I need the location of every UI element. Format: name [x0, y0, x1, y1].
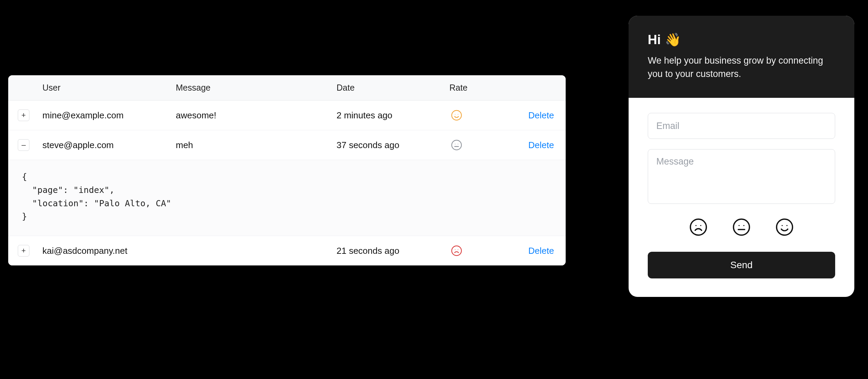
message-field[interactable] [648, 149, 835, 204]
rate-cell [449, 130, 504, 160]
message-cell [176, 236, 337, 265]
table-row: + mine@example.com awesome! 2 minutes ag… [8, 101, 566, 130]
table-header-expander [8, 75, 42, 100]
svg-point-13 [738, 225, 739, 226]
date-cell: 37 seconds ago [337, 130, 449, 160]
actions-cell: Delete [504, 236, 566, 265]
rating-faces [648, 218, 835, 237]
actions-cell: Delete [504, 130, 566, 160]
table-row: – steve@apple.com meh 37 seconds ago Del… [8, 130, 566, 160]
svg-point-15 [777, 219, 793, 235]
delete-link[interactable]: Delete [528, 140, 554, 151]
svg-point-10 [695, 225, 696, 226]
widget-title: Hi 👋 [648, 32, 835, 47]
wave-icon: 👋 [665, 32, 681, 47]
rate-sad-button[interactable] [689, 218, 708, 237]
svg-point-12 [734, 219, 750, 235]
user-cell: mine@example.com [42, 101, 176, 130]
user-cell: steve@apple.com [42, 130, 176, 160]
rate-cell [449, 101, 504, 130]
table-header-date: Date [337, 75, 449, 100]
row-detail-json: { "page": "index", "location": "Palo Alt… [8, 160, 566, 236]
widget-header: Hi 👋 We help your business grow by conne… [629, 16, 854, 98]
rate-cell [449, 236, 504, 265]
message-cell: meh [176, 130, 337, 160]
svg-point-9 [691, 219, 707, 235]
svg-point-0 [452, 110, 461, 120]
smile-icon [451, 109, 462, 121]
svg-point-11 [700, 225, 701, 226]
collapse-row-button[interactable]: – [18, 139, 29, 151]
frown-icon [689, 218, 708, 237]
rate-happy-button[interactable] [775, 218, 794, 237]
feedback-table: User Message Date Rate + mine@example.co… [8, 75, 566, 265]
table-header-message: Message [176, 75, 337, 100]
expand-row-button[interactable]: + [18, 245, 29, 257]
delete-link[interactable]: Delete [528, 246, 554, 256]
svg-point-7 [455, 249, 456, 250]
svg-point-3 [452, 140, 461, 150]
widget-subtitle: We help your business grow by connecting… [648, 54, 826, 81]
user-cell: kai@asdcompany.net [42, 236, 176, 265]
svg-point-6 [452, 246, 461, 256]
meh-icon [732, 218, 751, 237]
table-header-user: User [42, 75, 176, 100]
svg-point-16 [781, 225, 782, 226]
actions-cell: Delete [504, 101, 566, 130]
svg-point-2 [458, 114, 458, 115]
expand-row-button[interactable]: + [18, 109, 29, 121]
rate-neutral-button[interactable] [732, 218, 751, 237]
message-cell: awesome! [176, 101, 337, 130]
frown-icon [451, 245, 462, 257]
send-button[interactable]: Send [648, 252, 835, 278]
date-cell: 2 minutes ago [337, 101, 449, 130]
expander-cell: + [8, 236, 42, 265]
expander-cell: – [8, 130, 42, 160]
svg-point-1 [455, 114, 456, 115]
meh-icon [451, 139, 462, 151]
table-header-rate: Rate [449, 75, 504, 100]
svg-point-17 [786, 225, 787, 226]
table-header-actions [504, 75, 566, 100]
widget-body: Send [629, 98, 854, 297]
svg-point-4 [455, 144, 456, 144]
feedback-widget: Hi 👋 We help your business grow by conne… [629, 16, 854, 297]
expander-cell: + [8, 101, 42, 130]
date-cell: 21 seconds ago [337, 236, 449, 265]
delete-link[interactable]: Delete [528, 110, 554, 121]
table-row: + kai@asdcompany.net 21 seconds ago Dele… [8, 236, 566, 265]
widget-greeting: Hi [648, 32, 661, 47]
smile-icon [775, 218, 794, 237]
email-field[interactable] [648, 113, 835, 139]
svg-point-5 [458, 144, 458, 144]
table-header-row: User Message Date Rate [8, 75, 566, 101]
svg-point-8 [458, 249, 458, 250]
svg-point-14 [743, 225, 744, 226]
